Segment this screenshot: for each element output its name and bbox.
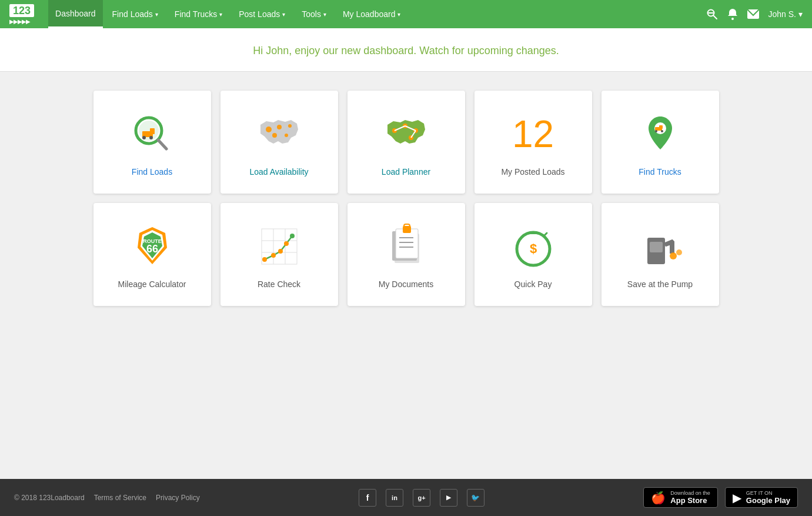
user-dropdown-arrow: ▾ [798, 9, 803, 19]
svg-point-13 [277, 125, 282, 129]
svg-text:66: 66 [146, 243, 158, 255]
card-load-planner[interactable]: Load Planner [347, 91, 465, 194]
svg-point-57 [676, 249, 682, 255]
card-quick-pay[interactable]: $ Quick Pay [474, 203, 592, 306]
card-load-availability[interactable]: Load Availability [220, 91, 338, 194]
svg-rect-43 [396, 229, 418, 258]
card-mileage-calculator[interactable]: ROUTE 66 Mileage Calculator [93, 203, 211, 306]
svg-rect-50 [530, 231, 537, 234]
card-find-trucks[interactable]: Find Trucks [602, 91, 719, 194]
nav-tools[interactable]: Tools ▾ [295, 0, 333, 28]
posted-count: 12 [512, 115, 554, 153]
nav-right: John S. ▾ [706, 8, 803, 20]
card-my-documents[interactable]: My Documents [347, 203, 465, 306]
svg-point-12 [266, 126, 272, 132]
svg-point-16 [272, 133, 277, 138]
nav-find-trucks[interactable]: Find Trucks ▾ [168, 0, 229, 28]
nav-my-loadboard[interactable]: My Loadboard ▾ [336, 0, 408, 28]
svg-point-3 [731, 18, 734, 20]
youtube-link[interactable]: ▶ [440, 489, 457, 507]
logo[interactable]: 123 ▶▶▶▶▶ [9, 4, 34, 25]
save-pump-label: Save at the Pump [627, 279, 693, 289]
load-planner-label: Load Planner [382, 167, 430, 177]
svg-line-7 [158, 140, 166, 149]
notifications-bell-icon[interactable] [727, 8, 738, 20]
app-store-text: Download on the App Store [670, 490, 710, 505]
find-trucks-label: Find Trucks [639, 167, 681, 177]
card-grid-row1: Find Loads Load Availability [93, 91, 719, 194]
card-grid-row2: ROUTE 66 Mileage Calculator [93, 203, 719, 306]
card-rate-check[interactable]: Rate Check [220, 203, 338, 306]
load-planner-icon [383, 111, 430, 158]
nav-find-loads[interactable]: Find Loads ▾ [105, 0, 165, 28]
footer-app-links: 🍎 Download on the App Store ▶ GET IT ON … [643, 487, 798, 508]
mileage-calculator-label: Mileage Calculator [118, 279, 186, 289]
search-icon-btn[interactable] [706, 8, 718, 20]
svg-point-37 [271, 253, 276, 258]
rate-check-icon [256, 223, 303, 270]
card-save-pump[interactable]: Save at the Pump [602, 203, 719, 306]
svg-rect-55 [650, 242, 663, 252]
fuel-icon [637, 223, 684, 270]
nav-links: Dashboard Find Loads ▾ Find Trucks ▾ Pos… [48, 0, 706, 28]
facebook-link[interactable]: f [359, 489, 376, 507]
svg-point-38 [278, 249, 283, 254]
card-my-posted-loads[interactable]: 12 My Posted Loads [474, 91, 592, 194]
user-name: John S. [768, 9, 796, 19]
svg-point-40 [290, 234, 295, 238]
my-documents-label: My Documents [379, 279, 433, 289]
linkedin-link[interactable]: in [386, 489, 403, 507]
find-loads-icon [129, 111, 176, 158]
nav-post-loads[interactable]: Post Loads ▾ [232, 0, 292, 28]
copyright: © 2018 123Loadboard [14, 494, 85, 502]
google-play-text: GET IT ON Google Play [746, 490, 790, 505]
documents-icon [383, 223, 430, 270]
load-availability-icon [256, 111, 303, 158]
footer: © 2018 123Loadboard Terms of Service Pri… [0, 479, 812, 516]
my-posted-loads-label: My Posted Loads [501, 167, 564, 177]
svg-point-39 [284, 241, 289, 246]
svg-point-28 [661, 130, 663, 132]
card-find-loads[interactable]: Find Loads [93, 91, 211, 194]
mileage-icon: ROUTE 66 [129, 223, 176, 270]
svg-rect-9 [150, 128, 155, 134]
svg-line-1 [713, 15, 717, 19]
welcome-message: Hi John, enjoy our new dashboard. Watch … [0, 45, 812, 57]
twitter-link[interactable]: 🐦 [467, 489, 484, 507]
logo-arrows: ▶▶▶▶▶ [9, 18, 34, 25]
svg-point-14 [288, 124, 292, 128]
svg-point-11 [149, 136, 153, 139]
quick-pay-icon: $ [510, 223, 557, 270]
mail-icon[interactable] [747, 9, 759, 19]
svg-point-27 [655, 130, 657, 132]
find-trucks-icon [637, 111, 684, 158]
svg-point-6 [139, 121, 159, 141]
rate-check-label: Rate Check [258, 279, 300, 289]
svg-point-15 [285, 134, 288, 137]
google-play-icon: ▶ [733, 491, 741, 505]
google-plus-link[interactable]: g+ [413, 489, 430, 507]
svg-point-56 [670, 252, 677, 259]
navbar: 123 ▶▶▶▶▶ Dashboard Find Loads ▾ Find Tr… [0, 0, 812, 28]
user-menu[interactable]: John S. ▾ [768, 9, 803, 19]
terms-of-service-link[interactable]: Terms of Service [94, 494, 146, 502]
posted-loads-count: 12 [510, 111, 557, 158]
quick-pay-label: Quick Pay [514, 279, 552, 289]
nav-dashboard[interactable]: Dashboard [48, 0, 103, 28]
load-availability-label: Load Availability [249, 167, 308, 177]
app-store-button[interactable]: 🍎 Download on the App Store [643, 487, 718, 508]
find-loads-label: Find Loads [132, 167, 172, 177]
footer-social-links: f in g+ ▶ 🐦 [200, 489, 644, 507]
apple-icon: 🍎 [651, 491, 666, 505]
svg-rect-26 [659, 125, 663, 129]
footer-left: © 2018 123Loadboard Terms of Service Pri… [14, 494, 200, 502]
main-content: Find Loads Load Availability [0, 72, 812, 339]
svg-rect-2 [708, 12, 714, 14]
welcome-banner: Hi John, enjoy our new dashboard. Watch … [0, 28, 812, 72]
svg-line-51 [544, 233, 547, 236]
svg-point-10 [142, 136, 146, 139]
google-play-button[interactable]: ▶ GET IT ON Google Play [725, 487, 798, 508]
svg-point-36 [262, 257, 267, 262]
svg-text:$: $ [529, 241, 536, 256]
privacy-policy-link[interactable]: Privacy Policy [156, 494, 200, 502]
